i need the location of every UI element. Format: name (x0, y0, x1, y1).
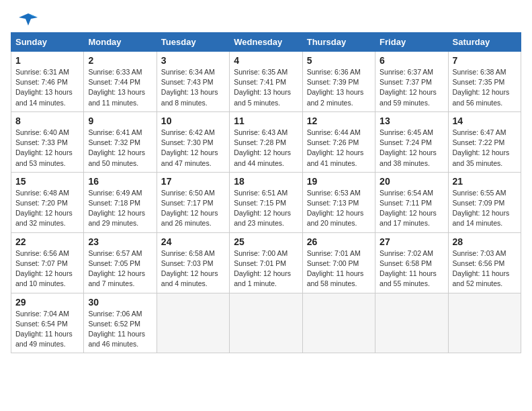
day-info: Sunrise: 6:50 AMSunset: 7:17 PMDaylight:… (161, 188, 225, 229)
calendar-day-cell: 22Sunrise: 6:56 AMSunset: 7:07 PMDayligh… (11, 232, 84, 293)
day-info: Sunrise: 6:56 AMSunset: 7:07 PMDaylight:… (15, 248, 79, 289)
calendar-day-cell (157, 293, 229, 353)
day-number: 9 (88, 116, 152, 126)
day-info: Sunrise: 6:34 AMSunset: 7:43 PMDaylight:… (161, 67, 225, 108)
day-number: 2 (88, 55, 152, 66)
calendar-week-row: 22Sunrise: 6:56 AMSunset: 7:07 PMDayligh… (11, 232, 521, 293)
day-info: Sunrise: 6:44 AMSunset: 7:26 PMDaylight:… (307, 128, 371, 169)
weekday-header-cell: Friday (375, 33, 448, 52)
day-info: Sunrise: 6:51 AMSunset: 7:15 PMDaylight:… (234, 188, 298, 229)
day-info: Sunrise: 6:48 AMSunset: 7:20 PMDaylight:… (15, 188, 79, 229)
calendar-day-cell: 16Sunrise: 6:49 AMSunset: 7:18 PMDayligh… (84, 172, 157, 232)
calendar-day-cell: 26Sunrise: 7:01 AMSunset: 7:00 PMDayligh… (302, 232, 375, 293)
calendar-day-cell: 21Sunrise: 6:55 AMSunset: 7:09 PMDayligh… (448, 172, 521, 232)
day-number: 1 (15, 55, 79, 66)
calendar-day-cell: 8Sunrise: 6:40 AMSunset: 7:33 PMDaylight… (11, 111, 84, 172)
day-info: Sunrise: 7:01 AMSunset: 7:00 PMDaylight:… (307, 248, 371, 289)
day-number: 6 (380, 55, 443, 66)
day-number: 26 (307, 236, 371, 247)
day-info: Sunrise: 6:49 AMSunset: 7:18 PMDaylight:… (88, 188, 152, 229)
calendar-day-cell: 18Sunrise: 6:51 AMSunset: 7:15 PMDayligh… (230, 172, 302, 232)
day-info: Sunrise: 6:31 AMSunset: 7:46 PMDaylight:… (15, 67, 79, 108)
logo-bird-icon (19, 12, 38, 27)
calendar-day-cell: 14Sunrise: 6:47 AMSunset: 7:22 PMDayligh… (448, 111, 521, 172)
calendar-day-cell: 28Sunrise: 7:03 AMSunset: 6:56 PMDayligh… (448, 232, 521, 293)
calendar-table: SundayMondayTuesdayWednesdayThursdayFrid… (11, 32, 521, 353)
day-info: Sunrise: 6:38 AMSunset: 7:35 PMDaylight:… (453, 67, 517, 108)
calendar-body: 1Sunrise: 6:31 AMSunset: 7:46 PMDaylight… (11, 52, 521, 353)
calendar-day-cell: 2Sunrise: 6:33 AMSunset: 7:44 PMDaylight… (84, 52, 157, 112)
day-number: 17 (161, 176, 225, 187)
calendar-day-cell: 25Sunrise: 7:00 AMSunset: 7:01 PMDayligh… (230, 232, 302, 293)
day-info: Sunrise: 6:43 AMSunset: 7:28 PMDaylight:… (234, 128, 298, 169)
calendar-day-cell (302, 293, 375, 353)
day-number: 5 (307, 55, 371, 66)
day-info: Sunrise: 7:02 AMSunset: 6:58 PMDaylight:… (380, 248, 443, 289)
calendar-week-row: 15Sunrise: 6:48 AMSunset: 7:20 PMDayligh… (11, 172, 521, 232)
day-number: 13 (380, 116, 443, 126)
day-number: 29 (15, 297, 79, 308)
day-number: 25 (234, 236, 298, 247)
weekday-header-cell: Sunday (11, 33, 84, 52)
calendar-day-cell (375, 293, 448, 353)
day-info: Sunrise: 6:53 AMSunset: 7:13 PMDaylight:… (307, 188, 371, 229)
day-number: 22 (15, 236, 79, 247)
calendar-day-cell: 29Sunrise: 7:04 AMSunset: 6:54 PMDayligh… (11, 293, 84, 353)
day-number: 4 (234, 55, 298, 66)
calendar-week-row: 8Sunrise: 6:40 AMSunset: 7:33 PMDaylight… (11, 111, 521, 172)
calendar-day-cell: 11Sunrise: 6:43 AMSunset: 7:28 PMDayligh… (230, 111, 302, 172)
day-info: Sunrise: 6:42 AMSunset: 7:30 PMDaylight:… (161, 128, 225, 169)
day-info: Sunrise: 6:45 AMSunset: 7:24 PMDaylight:… (380, 128, 443, 169)
calendar-day-cell: 3Sunrise: 6:34 AMSunset: 7:43 PMDaylight… (157, 52, 229, 112)
calendar-day-cell: 30Sunrise: 7:06 AMSunset: 6:52 PMDayligh… (84, 293, 157, 353)
day-number: 27 (380, 236, 443, 247)
day-number: 11 (234, 116, 298, 126)
calendar-day-cell: 4Sunrise: 6:35 AMSunset: 7:41 PMDaylight… (230, 52, 302, 112)
weekday-header-cell: Thursday (302, 33, 375, 52)
logo (16, 12, 39, 27)
calendar-day-cell: 10Sunrise: 6:42 AMSunset: 7:30 PMDayligh… (157, 111, 229, 172)
day-info: Sunrise: 6:37 AMSunset: 7:37 PMDaylight:… (380, 67, 443, 108)
day-info: Sunrise: 6:35 AMSunset: 7:41 PMDaylight:… (234, 67, 298, 108)
day-number: 20 (380, 176, 443, 187)
calendar-day-cell: 9Sunrise: 6:41 AMSunset: 7:32 PMDaylight… (84, 111, 157, 172)
calendar-day-cell: 19Sunrise: 6:53 AMSunset: 7:13 PMDayligh… (302, 172, 375, 232)
calendar-day-cell: 27Sunrise: 7:02 AMSunset: 6:58 PMDayligh… (375, 232, 448, 293)
calendar-day-cell: 23Sunrise: 6:57 AMSunset: 7:05 PMDayligh… (84, 232, 157, 293)
page: SundayMondayTuesdayWednesdayThursdayFrid… (0, 0, 532, 411)
day-info: Sunrise: 7:00 AMSunset: 7:01 PMDaylight:… (234, 248, 298, 289)
weekday-header-cell: Saturday (448, 33, 521, 52)
day-number: 7 (453, 55, 517, 66)
day-number: 18 (234, 176, 298, 187)
day-number: 23 (88, 236, 152, 247)
day-number: 21 (453, 176, 517, 187)
day-info: Sunrise: 6:47 AMSunset: 7:22 PMDaylight:… (453, 128, 517, 169)
calendar-day-cell: 17Sunrise: 6:50 AMSunset: 7:17 PMDayligh… (157, 172, 229, 232)
day-number: 14 (453, 116, 517, 126)
day-info: Sunrise: 6:58 AMSunset: 7:03 PMDaylight:… (161, 248, 225, 289)
day-number: 30 (88, 297, 152, 308)
calendar-week-row: 29Sunrise: 7:04 AMSunset: 6:54 PMDayligh… (11, 293, 521, 353)
day-info: Sunrise: 6:41 AMSunset: 7:32 PMDaylight:… (88, 128, 152, 169)
calendar-day-cell: 1Sunrise: 6:31 AMSunset: 7:46 PMDaylight… (11, 52, 84, 112)
calendar-day-cell: 7Sunrise: 6:38 AMSunset: 7:35 PMDaylight… (448, 52, 521, 112)
day-info: Sunrise: 6:55 AMSunset: 7:09 PMDaylight:… (453, 188, 517, 229)
day-info: Sunrise: 6:57 AMSunset: 7:05 PMDaylight:… (88, 248, 152, 289)
calendar-day-cell: 6Sunrise: 6:37 AMSunset: 7:37 PMDaylight… (375, 52, 448, 112)
svg-marker-0 (19, 13, 38, 26)
header (0, 0, 532, 32)
calendar-day-cell: 5Sunrise: 6:36 AMSunset: 7:39 PMDaylight… (302, 52, 375, 112)
day-info: Sunrise: 6:36 AMSunset: 7:39 PMDaylight:… (307, 67, 371, 108)
calendar-day-cell: 12Sunrise: 6:44 AMSunset: 7:26 PMDayligh… (302, 111, 375, 172)
weekday-header-cell: Wednesday (230, 33, 302, 52)
calendar-day-cell (448, 293, 521, 353)
calendar-day-cell: 15Sunrise: 6:48 AMSunset: 7:20 PMDayligh… (11, 172, 84, 232)
calendar-day-cell: 20Sunrise: 6:54 AMSunset: 7:11 PMDayligh… (375, 172, 448, 232)
day-info: Sunrise: 6:33 AMSunset: 7:44 PMDaylight:… (88, 67, 152, 108)
weekday-header-cell: Monday (84, 33, 157, 52)
day-info: Sunrise: 7:04 AMSunset: 6:54 PMDaylight:… (15, 309, 79, 350)
day-info: Sunrise: 6:54 AMSunset: 7:11 PMDaylight:… (380, 188, 443, 229)
day-info: Sunrise: 7:06 AMSunset: 6:52 PMDaylight:… (88, 309, 152, 350)
calendar-week-row: 1Sunrise: 6:31 AMSunset: 7:46 PMDaylight… (11, 52, 521, 112)
calendar-day-cell: 13Sunrise: 6:45 AMSunset: 7:24 PMDayligh… (375, 111, 448, 172)
